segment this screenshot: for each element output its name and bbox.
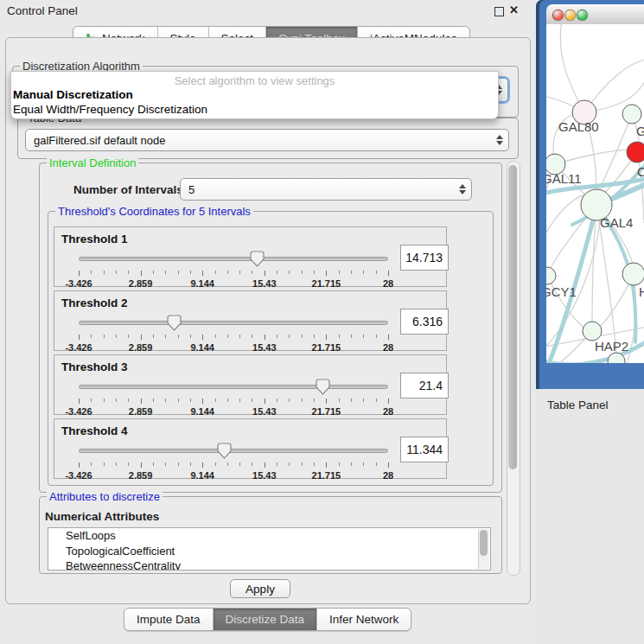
slider-tick: [165, 271, 166, 274]
slider-tick: [202, 271, 203, 276]
network-node[interactable]: [622, 105, 641, 124]
threshold-value-field[interactable]: 21.4: [400, 373, 449, 399]
tab-impute-data[interactable]: Impute Data: [124, 609, 214, 630]
slider-tick: [289, 462, 290, 466]
popup-hint: Select algorithm to view settings: [11, 74, 498, 87]
slider-tick-label: -3.426: [65, 406, 92, 417]
slider-tick-label: 9.144: [190, 278, 214, 289]
threshold-slider[interactable]: -3.4262.8599.14415.4321.71528: [79, 378, 388, 412]
slider-tick: [165, 335, 166, 338]
slider-tick-label: 28: [383, 278, 393, 289]
slider-tick: [116, 335, 117, 338]
slider-tick: [227, 399, 228, 402]
network-node[interactable]: [583, 322, 602, 341]
combo-stepper-icon[interactable]: [491, 130, 508, 150]
threshold-slider[interactable]: -3.4262.8599.14415.4321.71528: [79, 314, 388, 348]
slider-tick: [178, 462, 179, 466]
panel-scrollbar-thumb[interactable]: [508, 165, 517, 469]
slider-track[interactable]: [79, 449, 388, 453]
attribute-item-selfloops[interactable]: SelfLoops: [48, 528, 490, 544]
slider-track[interactable]: [79, 321, 388, 325]
combo-stepper-icon[interactable]: [454, 179, 471, 200]
network-canvas[interactable]: GAL80GACGAL11GAL4GCY1HAHAP2: [546, 24, 644, 363]
slider-thumb[interactable]: [250, 251, 265, 267]
panel-scrollbar[interactable]: [507, 161, 520, 576]
slider-tick: [141, 271, 142, 276]
slider-tick: [376, 335, 377, 338]
slider-tick: [153, 399, 154, 402]
slider-track[interactable]: [79, 385, 388, 389]
threshold-row-2: Threshold 2-3.4262.8599.14415.4321.71528…: [54, 290, 447, 351]
close-traffic-light[interactable]: [552, 10, 564, 21]
slider-tick: [239, 335, 240, 338]
slider-tick: [178, 271, 179, 274]
slider-tick-label: 9.144: [190, 406, 214, 417]
slider-tick: [363, 335, 364, 338]
slider-tick: [252, 399, 252, 402]
attributes-scrollbar-thumb[interactable]: [480, 530, 488, 556]
network-edge[interactable]: [560, 24, 584, 112]
slider-tick: [302, 399, 303, 402]
slider-tick: [116, 462, 117, 466]
slider-track[interactable]: [79, 257, 388, 261]
slider-tick: [227, 462, 228, 466]
slider-tick: [326, 399, 327, 404]
slider-tick: [351, 462, 352, 466]
apply-button[interactable]: Apply: [230, 579, 290, 598]
slider-tick: [376, 462, 377, 466]
network-node[interactable]: [627, 142, 644, 163]
attributes-scrollbar[interactable]: [478, 529, 489, 569]
threshold-value-field[interactable]: 6.316: [400, 309, 449, 335]
slider-thumb[interactable]: [167, 315, 182, 331]
slider-tick: [265, 335, 265, 340]
popup-item-manual[interactable]: Manual Discretization: [13, 88, 133, 101]
num-intervals-combobox[interactable]: 5: [180, 178, 472, 201]
slider-tick-label: 28: [383, 342, 393, 353]
zoom-traffic-light[interactable]: [577, 10, 588, 21]
slider-thumb[interactable]: [316, 379, 330, 395]
slider-tick: [252, 335, 252, 338]
slider-tick: [227, 271, 228, 274]
threshold-value-field[interactable]: 11.344: [400, 437, 449, 462]
slider-tick: [314, 399, 315, 402]
close-icon[interactable]: ✕: [509, 3, 519, 16]
table-data-groupbox: Table Data galFiltered.sif default node: [17, 118, 519, 159]
popup-item-equal-width[interactable]: Equal Width/Frequency Discretization: [13, 103, 207, 116]
network-edge[interactable]: [555, 150, 629, 164]
slider-tick-label: 15.43: [252, 278, 277, 289]
table-panel-area: Table Panel shared…na YDL19…YDL1YDR2: [536, 389, 644, 644]
slider-thumb[interactable]: [217, 443, 232, 459]
network-node[interactable]: [622, 263, 644, 285]
float-window-icon[interactable]: [494, 7, 504, 16]
minimize-traffic-light[interactable]: [564, 10, 576, 21]
slider-tick: [91, 399, 92, 402]
attributes-list[interactable]: SelfLoopsTopologicalCoefficientBetweenne…: [48, 527, 491, 571]
slider-tick: [202, 399, 203, 404]
slider-tick: [79, 271, 80, 276]
tab-label: Discretize Data: [226, 613, 305, 626]
slider-tick-label: 2.859: [129, 278, 153, 289]
network-node[interactable]: [546, 267, 556, 284]
slider-tick: [178, 399, 179, 402]
threshold-label: Threshold 1: [61, 233, 128, 245]
slider-tick: [289, 399, 290, 402]
tab-discretize-data[interactable]: Discretize Data: [214, 609, 318, 630]
slider-tick: [141, 462, 142, 468]
slider-tick: [314, 271, 315, 274]
threshold-value-field[interactable]: 14.713: [400, 245, 449, 271]
slider-tick-label: 2.859: [129, 342, 153, 353]
tab-infer-network[interactable]: Infer Network: [317, 609, 411, 630]
slider-tick: [339, 335, 340, 338]
table-data-combobox[interactable]: galFiltered.sif default node: [25, 129, 509, 151]
slider-tick: [326, 335, 327, 340]
attribute-item-betweennesscentrality[interactable]: BetweennessCentrality: [48, 558, 490, 571]
slider-tick: [202, 335, 203, 340]
slider-tick: [165, 399, 166, 402]
node-label: GCY1: [546, 284, 577, 299]
slider-tick-label: -3.426: [65, 342, 92, 353]
slider-tick: [215, 271, 216, 274]
threshold-slider[interactable]: -3.4262.8599.14415.4321.71528: [79, 250, 388, 284]
slider-tick: [227, 335, 228, 338]
threshold-slider[interactable]: -3.4262.8599.14415.4321.71528: [79, 442, 388, 476]
attribute-item-topologicalcoefficient[interactable]: TopologicalCoefficient: [48, 544, 490, 559]
